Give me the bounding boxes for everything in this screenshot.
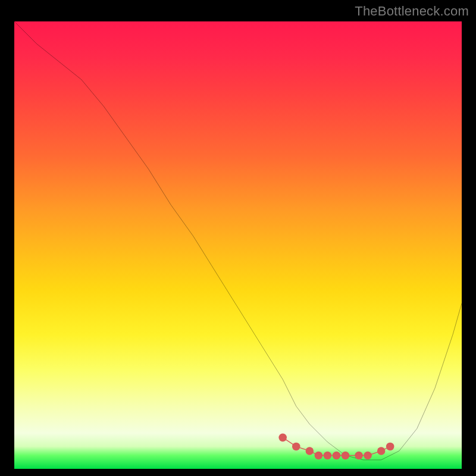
- background-gradient: [14, 21, 462, 469]
- chart-frame: TheBottleneck.com: [0, 0, 476, 476]
- watermark-text: TheBottleneck.com: [355, 4, 469, 19]
- plot-area: [14, 21, 462, 469]
